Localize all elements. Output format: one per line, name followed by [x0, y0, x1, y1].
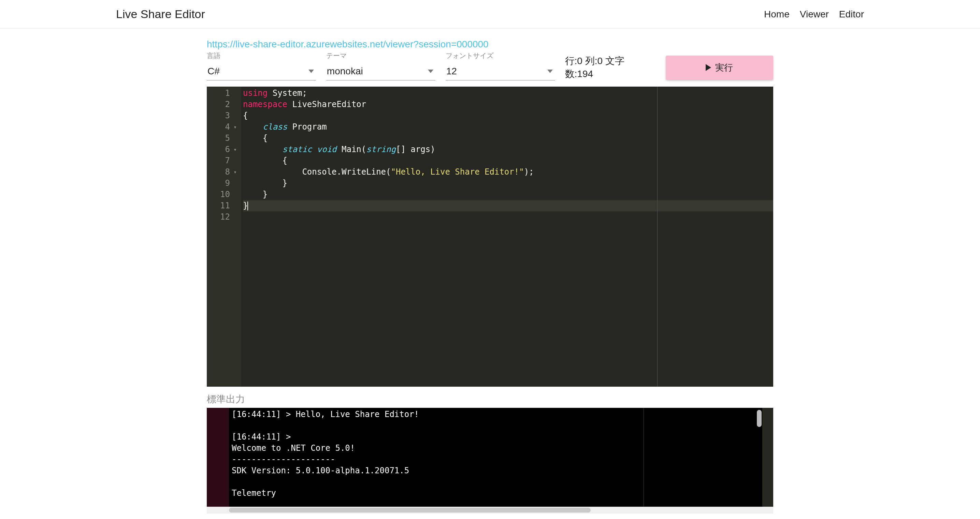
- code-line[interactable]: class Program: [243, 121, 773, 133]
- brand-title: Live Share Editor: [116, 8, 205, 21]
- main-container: https://live-share-editor.azurewebsites.…: [91, 29, 889, 514]
- output-hscroll-handle[interactable]: [229, 508, 591, 513]
- code-line[interactable]: {: [243, 133, 773, 144]
- theme-select-group: テーマ monokai: [326, 51, 435, 81]
- output-text[interactable]: [16:44:11] > Hello, Live Share Editor! […: [229, 408, 762, 507]
- output-hscroll-track[interactable]: [207, 507, 773, 514]
- play-icon: [706, 64, 711, 71]
- language-select-group: 言語 C#: [207, 51, 316, 81]
- fontsize-select-group: フォントサイズ 12: [445, 51, 555, 81]
- code-line[interactable]: }: [243, 189, 773, 200]
- fontsize-label: フォントサイズ: [445, 51, 555, 60]
- gutter-line: 6: [207, 144, 239, 155]
- nav-viewer[interactable]: Viewer: [800, 9, 829, 20]
- output-line: [232, 420, 760, 432]
- code-line[interactable]: }: [243, 178, 773, 189]
- gutter-line: 10: [207, 189, 239, 200]
- chevron-down-icon: [547, 70, 553, 73]
- output-right-cap: [762, 408, 773, 507]
- editor-cursor: [247, 202, 248, 210]
- gutter-line: 7: [207, 155, 239, 167]
- run-button[interactable]: 実行: [666, 56, 773, 80]
- language-label: 言語: [207, 51, 316, 60]
- gutter-line: 4: [207, 121, 239, 133]
- output-label: 標準出力: [207, 393, 773, 406]
- controls-row: 言語 C# テーマ monokai フォントサイズ 12 行:0 列:0: [207, 51, 773, 81]
- cursor-status: 行:0 列:0 文字数:194: [565, 51, 642, 81]
- gutter-line: 1: [207, 87, 239, 99]
- code-line[interactable]: {: [243, 110, 773, 121]
- code-line[interactable]: }: [243, 200, 773, 211]
- code-editor[interactable]: 123456789101112 using System;namespace L…: [207, 87, 773, 387]
- output-line: Welcome to .NET Core 5.0!: [232, 443, 760, 454]
- code-line[interactable]: using System;: [243, 87, 773, 99]
- code-line[interactable]: Console.WriteLine("Hello, Live Share Edi…: [243, 167, 773, 178]
- language-select[interactable]: C#: [207, 61, 316, 81]
- editor-code[interactable]: using System;namespace LiveShareEditor{ …: [241, 87, 773, 211]
- chevron-down-icon: [428, 70, 433, 73]
- theme-value: monokai: [327, 66, 363, 77]
- gutter-line: 12: [207, 211, 239, 223]
- gutter-line: 8: [207, 167, 239, 178]
- nav: Home Viewer Editor: [764, 9, 864, 20]
- language-value: C#: [207, 66, 220, 77]
- output-panel: [16:44:11] > Hello, Live Share Editor! […: [207, 408, 773, 507]
- output-line: [16:44:11] >: [232, 432, 760, 443]
- fontsize-value: 12: [446, 66, 457, 77]
- output-line: ---------------------: [232, 454, 760, 465]
- fontsize-select[interactable]: 12: [445, 61, 555, 81]
- gutter-line: 2: [207, 99, 239, 110]
- code-line[interactable]: static void Main(string[] args): [243, 144, 773, 155]
- gutter-line: 5: [207, 133, 239, 144]
- output-line: [16:44:11] > Hello, Live Share Editor!: [232, 409, 760, 420]
- run-button-label: 実行: [715, 62, 733, 74]
- gutter-line: 3: [207, 110, 239, 121]
- header-bar: Live Share Editor Home Viewer Editor: [0, 0, 980, 29]
- theme-label: テーマ: [326, 51, 435, 60]
- code-line[interactable]: {: [243, 155, 773, 167]
- output-line: Telemetry: [232, 487, 760, 499]
- nav-editor[interactable]: Editor: [839, 9, 864, 20]
- gutter-line: 9: [207, 178, 239, 189]
- share-url-link[interactable]: https://live-share-editor.azurewebsites.…: [207, 39, 488, 50]
- output-gutter: [207, 408, 229, 507]
- gutter-line: 11: [207, 200, 239, 211]
- editor-gutter: 123456789101112: [207, 87, 241, 387]
- output-vscroll-handle[interactable]: [757, 410, 762, 427]
- nav-home[interactable]: Home: [764, 9, 790, 20]
- output-line: [232, 476, 760, 487]
- theme-select[interactable]: monokai: [326, 61, 435, 81]
- code-line[interactable]: namespace LiveShareEditor: [243, 99, 773, 110]
- chevron-down-icon: [309, 70, 314, 73]
- output-line: SDK Version: 5.0.100-alpha.1.20071.5: [232, 465, 760, 476]
